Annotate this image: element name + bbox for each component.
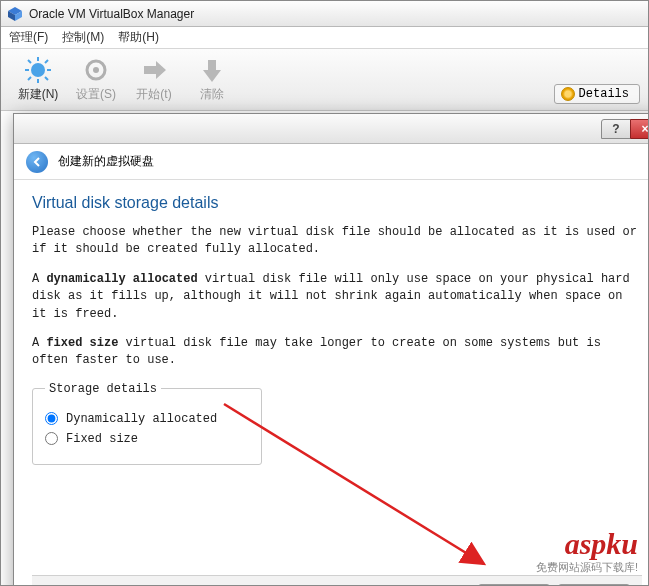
arrow-down-icon	[198, 56, 226, 84]
svg-line-11	[28, 77, 31, 80]
wizard-dialog: ? × 创建新的虚拟硬盘 Virtual disk storage detail…	[13, 113, 649, 586]
details-label: Details	[579, 87, 629, 101]
paragraph-fixed: A fixed size virtual disk file may take …	[32, 335, 642, 370]
window-title: Oracle VM VirtualBox Manager	[29, 7, 194, 21]
close-button[interactable]: ×	[630, 119, 649, 139]
gear-small-icon	[561, 87, 575, 101]
sun-icon	[24, 56, 52, 84]
paragraph-dynamic: A dynamically allocated virtual disk fil…	[32, 271, 642, 323]
dialog-header: 创建新的虚拟硬盘	[14, 144, 649, 180]
menu-manage[interactable]: 管理(F)	[9, 29, 48, 46]
storage-fieldset: Storage details Dynamically allocated Fi…	[32, 382, 262, 465]
storage-legend: Storage details	[45, 382, 161, 396]
svg-point-13	[93, 67, 99, 73]
discard-label: 清除	[200, 86, 224, 103]
gear-icon	[82, 56, 110, 84]
svg-point-3	[31, 63, 45, 77]
paragraph-intro: Please choose whether the new virtual di…	[32, 224, 642, 259]
radio-fixed-input[interactable]	[45, 432, 58, 445]
radio-dynamic-label: Dynamically allocated	[66, 412, 217, 426]
back-button[interactable]	[26, 151, 48, 173]
help-button[interactable]: ?	[601, 119, 631, 139]
dialog-titlebar: ? ×	[14, 114, 649, 144]
svg-line-10	[45, 60, 48, 63]
menu-help[interactable]: 帮助(H)	[118, 29, 159, 46]
settings-button[interactable]: 设置(S)	[67, 56, 125, 103]
arrow-right-icon	[140, 56, 168, 84]
svg-line-9	[45, 77, 48, 80]
new-label: 新建(N)	[18, 86, 59, 103]
radio-dynamic[interactable]: Dynamically allocated	[45, 412, 249, 426]
main-titlebar: Oracle VM VirtualBox Manager	[1, 1, 648, 27]
new-button[interactable]: 新建(N)	[9, 56, 67, 103]
menu-control[interactable]: 控制(M)	[62, 29, 104, 46]
start-button[interactable]: 开始(t)	[125, 56, 183, 103]
settings-label: 设置(S)	[76, 86, 116, 103]
start-label: 开始(t)	[136, 86, 171, 103]
radio-dynamic-input[interactable]	[45, 412, 58, 425]
dialog-title: 创建新的虚拟硬盘	[58, 153, 154, 170]
discard-button[interactable]: 清除	[183, 56, 241, 103]
dialog-body: Virtual disk storage details Please choo…	[14, 180, 649, 586]
radio-fixed[interactable]: Fixed size	[45, 432, 249, 446]
radio-fixed-label: Fixed size	[66, 432, 138, 446]
virtualbox-icon	[7, 6, 23, 22]
details-button[interactable]: Details	[554, 84, 640, 104]
menubar: 管理(F) 控制(M) 帮助(H)	[1, 27, 648, 49]
svg-line-8	[28, 60, 31, 63]
dialog-footer: 下一步 取消	[32, 575, 642, 586]
section-title: Virtual disk storage details	[32, 194, 642, 212]
toolbar: 新建(N) 设置(S) 开始(t) 清除 Details	[1, 49, 648, 111]
